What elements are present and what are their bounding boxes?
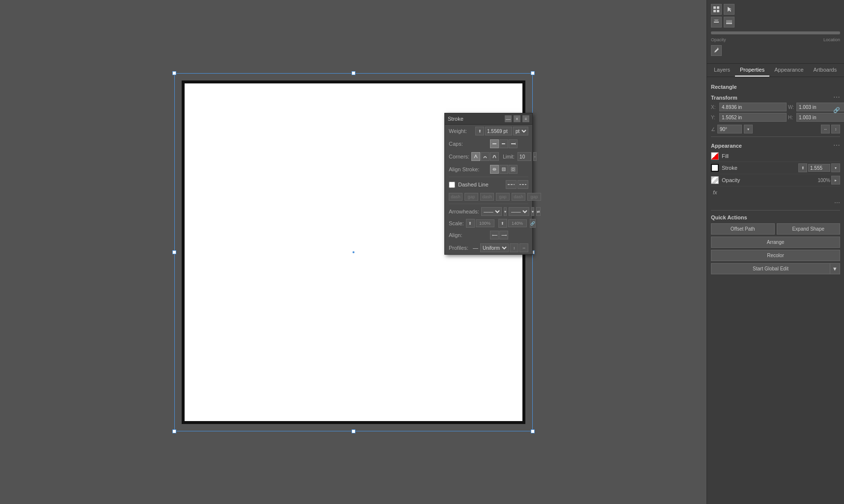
- top-toolbar: Opacity Location: [707, 0, 844, 64]
- eyedropper-icon[interactable]: [711, 45, 722, 56]
- quick-actions-title: Quick Actions: [711, 214, 840, 220]
- start-global-edit-dropdown[interactable]: ▾: [830, 263, 840, 274]
- scale2-spinner[interactable]: ⬆: [498, 219, 507, 228]
- handle-bottom-right[interactable]: [531, 429, 535, 433]
- corner-round-button[interactable]: [481, 152, 490, 161]
- cap-round-button[interactable]: [499, 139, 508, 148]
- align-left-button[interactable]: ⟵: [490, 231, 499, 239]
- arrowheads-label: Arrowheads:: [449, 209, 479, 214]
- caps-label: Caps:: [449, 141, 488, 147]
- align-inside-button[interactable]: [499, 165, 508, 174]
- scale2-input-group: ⬆: [498, 219, 527, 228]
- handle-middle-left[interactable]: [172, 250, 176, 254]
- handle-top-center[interactable]: [352, 71, 355, 75]
- arrowhead-swap-button[interactable]: ⇄: [536, 207, 541, 216]
- appearance-header: Appearance ⋯: [711, 140, 840, 151]
- stroke-value-dropdown[interactable]: ▾: [831, 163, 840, 172]
- corners-label: Corners:: [449, 154, 469, 159]
- lock-proportions-icon[interactable]: 🔗: [833, 107, 840, 113]
- tab-artboards[interactable]: Artboards: [809, 64, 842, 77]
- flip-h-icon[interactable]: ↔: [821, 125, 830, 133]
- profile-flip-h[interactable]: ↔: [519, 243, 528, 252]
- weight-label: Weight:: [449, 128, 473, 134]
- scale2-input[interactable]: [508, 219, 527, 227]
- handle-top-left[interactable]: [172, 71, 176, 75]
- align-center-button[interactable]: [490, 165, 499, 174]
- arrowhead-start-dropdown[interactable]: ▾: [504, 207, 507, 216]
- handle-top-right[interactable]: [531, 71, 535, 75]
- stroke-swatch[interactable]: [711, 164, 719, 172]
- opacity-slider-top[interactable]: [711, 31, 840, 34]
- handle-bottom-center[interactable]: [352, 429, 355, 433]
- align-outside-button[interactable]: [509, 165, 517, 174]
- stroke-menu-button[interactable]: ≡: [522, 115, 529, 122]
- dash3-input[interactable]: [512, 193, 525, 201]
- expand-shape-button[interactable]: Expand Shape: [777, 223, 841, 235]
- limit-clear-button[interactable]: ×: [533, 152, 537, 161]
- scale-link-button[interactable]: 🔗: [530, 219, 536, 228]
- opacity-item: Opacity 100% ▸: [711, 174, 840, 186]
- stroke-value-spinner[interactable]: ⬆: [798, 163, 807, 172]
- profile-select[interactable]: Uniform: [480, 243, 509, 252]
- weight-unit-select[interactable]: pt: [513, 127, 528, 135]
- angle-dropdown[interactable]: ▾: [744, 125, 753, 133]
- toolbar-icon-layers[interactable]: [724, 17, 735, 27]
- scale1-input[interactable]: [476, 219, 494, 227]
- w-label: W:: [788, 105, 795, 110]
- limit-input[interactable]: [517, 152, 531, 161]
- tab-properties[interactable]: Properties: [735, 64, 769, 77]
- start-global-edit-button[interactable]: Start Global Edit: [711, 263, 830, 274]
- y-row: Y:: [711, 113, 787, 122]
- svg-rect-16: [726, 23, 732, 24]
- arrowhead-start-select[interactable]: ——: [481, 207, 502, 216]
- eyedropper-row: [711, 45, 840, 56]
- toolbar-row-1: [711, 4, 840, 15]
- gap3-input[interactable]: [527, 193, 541, 201]
- dashed-align-corners[interactable]: [517, 180, 528, 189]
- y-input[interactable]: [719, 113, 787, 122]
- opacity-expand-button[interactable]: ▸: [831, 176, 840, 185]
- h-input[interactable]: [796, 113, 844, 122]
- toolbar-icon-transform[interactable]: [711, 17, 722, 27]
- angle-input[interactable]: [717, 125, 742, 133]
- align-right-button[interactable]: ⟶: [499, 231, 508, 239]
- cap-butt-button[interactable]: [490, 139, 499, 148]
- profile-row: Profiles: — Uniform ↕ ↔: [445, 241, 532, 254]
- offset-path-button[interactable]: Offset Path: [711, 223, 775, 235]
- fx-button[interactable]: fx: [711, 188, 719, 196]
- fill-swatch[interactable]: [711, 152, 719, 160]
- stroke-appearance-label: Stroke: [722, 165, 795, 171]
- appearance-more-button[interactable]: ⋯: [833, 141, 840, 149]
- dashed-line-checkbox[interactable]: [449, 182, 455, 188]
- handle-bottom-left[interactable]: [172, 429, 176, 433]
- stroke-minimize-button[interactable]: —: [505, 115, 512, 122]
- stroke-close-button[interactable]: ×: [514, 115, 520, 122]
- appearance-dots[interactable]: ⋯: [711, 198, 840, 207]
- toolbar-icon-cursor[interactable]: [724, 4, 735, 15]
- arrange-button[interactable]: Arrange: [711, 237, 840, 248]
- corner-bevel-button[interactable]: [490, 152, 499, 161]
- tab-layers[interactable]: Layers: [709, 64, 735, 77]
- arrowhead-end-select[interactable]: ——: [509, 207, 529, 216]
- gap2-input[interactable]: [496, 193, 510, 201]
- gap1-input[interactable]: [464, 193, 478, 201]
- profiles-label: Profiles:: [449, 245, 471, 251]
- arrowhead-end-dropdown[interactable]: ▾: [531, 207, 534, 216]
- weight-spinner[interactable]: ⬆: [475, 127, 484, 135]
- corner-miter-button[interactable]: [471, 152, 480, 161]
- dash2-input[interactable]: [480, 193, 494, 201]
- transform-more-button[interactable]: ⋯: [833, 93, 840, 101]
- scale1-spinner[interactable]: ⬆: [466, 219, 475, 228]
- recolor-button[interactable]: Recolor: [711, 250, 840, 261]
- dash1-input[interactable]: [449, 193, 463, 201]
- dashed-corner-preserve[interactable]: [506, 180, 517, 189]
- tab-appearance[interactable]: Appearance: [769, 64, 808, 77]
- flip-v-icon[interactable]: ↕: [831, 125, 840, 133]
- x-input[interactable]: [719, 103, 787, 111]
- toolbar-icon-grid[interactable]: [711, 4, 722, 15]
- svg-rect-12: [717, 6, 719, 9]
- cap-projecting-button[interactable]: [509, 139, 517, 148]
- stroke-value-input[interactable]: [808, 164, 830, 172]
- weight-input[interactable]: [485, 127, 512, 135]
- profile-flip-v[interactable]: ↕: [510, 243, 518, 252]
